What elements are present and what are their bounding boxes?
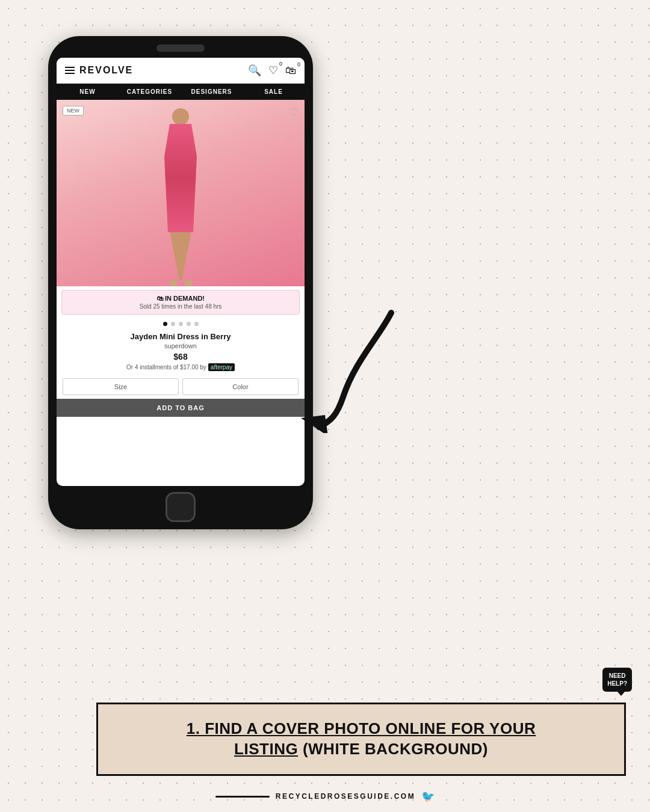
product-area: NEW ♡ 🛍 IN DEMA <box>57 100 305 330</box>
nav-sale[interactable]: SALE <box>243 84 305 100</box>
dot-5[interactable] <box>194 322 199 326</box>
dot-1[interactable] <box>163 322 167 326</box>
size-selector[interactable]: Size <box>63 378 179 395</box>
afterpay-text: Or 4 installments of $17.00 by <box>126 364 206 371</box>
wishlist-button[interactable]: ♡ <box>289 106 299 119</box>
header-icons: 🔍 ♡0 🛍0 <box>248 64 296 77</box>
in-demand-banner: 🛍 IN DEMAND! Sold 25 times in the last 4… <box>61 290 300 315</box>
app-logo-area: REVOLVE <box>65 65 133 76</box>
foot-left <box>170 280 177 286</box>
search-icon[interactable]: 🔍 <box>248 64 261 77</box>
app-logo: REVOLVE <box>79 65 133 76</box>
bottom-text-underlined-2: LISTING <box>234 740 298 758</box>
afterpay-row: Or 4 installments of $17.00 by afterpay <box>64 363 297 371</box>
nav-bar: NEW CATEGORIES DESIGNERS SALE <box>57 84 305 100</box>
product-info: Jayden Mini Dress in Berry superdown $68… <box>57 330 305 375</box>
footer-bird-icon: 🐦 <box>421 790 435 803</box>
svg-marker-0 <box>301 415 328 433</box>
dot-2[interactable] <box>171 322 175 326</box>
in-demand-title: 🛍 IN DEMAND! <box>156 295 205 302</box>
phone-home-button[interactable] <box>166 492 196 522</box>
bottom-text-line3: (WHITE BACKGROUND) <box>303 740 488 758</box>
afterpay-logo: afterpay <box>208 363 235 371</box>
color-selector[interactable]: Color <box>182 378 299 395</box>
product-name: Jayden Mini Dress in Berry <box>64 332 297 341</box>
arrow-graphic <box>295 301 415 433</box>
dot-4[interactable] <box>187 322 191 326</box>
size-color-row: Size Color <box>57 375 305 399</box>
image-dots <box>57 318 305 330</box>
bottom-text-underlined-1: 1. FIND A COVER PHOTO ONLINE FOR YOUR <box>187 719 536 737</box>
dot-3[interactable] <box>179 322 183 326</box>
footer-text: RECYCLEDROSESGUIDE.COM <box>276 792 415 801</box>
nav-new[interactable]: NEW <box>57 84 119 100</box>
wishlist-badge: 0 <box>279 61 282 67</box>
figure-legs <box>167 232 194 280</box>
figure-feet <box>166 280 196 286</box>
footer-line-left <box>215 796 270 798</box>
nav-designers[interactable]: DESIGNERS <box>181 84 243 100</box>
add-to-bag-bar[interactable]: ADD TO BAG <box>57 399 305 417</box>
wishlist-icon[interactable]: ♡0 <box>268 64 278 77</box>
in-demand-subtitle: Sold 25 times in the last 48 hrs <box>140 303 222 310</box>
nav-categories[interactable]: CATEGORIES <box>119 84 181 100</box>
product-price: $68 <box>64 352 297 361</box>
cart-icon[interactable]: 🛍0 <box>285 64 296 77</box>
figure-body <box>162 124 199 232</box>
figure-head <box>172 108 189 125</box>
need-help-bubble[interactable]: NEED HELP? <box>602 668 632 692</box>
bottom-text-line1: 1. FIND A COVER PHOTO ONLINE FOR YOUR <box>115 719 607 739</box>
foot-right <box>185 280 192 286</box>
model-figure <box>162 108 199 286</box>
bottom-text-box: 1. FIND A COVER PHOTO ONLINE FOR YOUR LI… <box>96 703 626 776</box>
product-image <box>57 100 305 286</box>
phone-speaker <box>156 45 205 52</box>
hamburger-menu[interactable] <box>65 67 75 74</box>
new-badge: NEW <box>63 106 84 115</box>
footer: RECYCLEDROSESGUIDE.COM 🐦 <box>0 790 650 803</box>
bottom-text-line2: LISTING (WHITE BACKGROUND) <box>115 739 607 760</box>
need-help-line1: NEED <box>607 672 627 680</box>
phone-case: REVOLVE 🔍 ♡0 🛍0 NEW CATEGORIES DESIGNERS <box>48 36 313 529</box>
phone-screen: REVOLVE 🔍 ♡0 🛍0 NEW CATEGORIES DESIGNERS <box>57 58 305 486</box>
phone-mockup: REVOLVE 🔍 ♡0 🛍0 NEW CATEGORIES DESIGNERS <box>48 36 313 529</box>
product-brand: superdown <box>64 342 297 349</box>
cart-badge: 0 <box>297 61 300 67</box>
app-header: REVOLVE 🔍 ♡0 🛍0 <box>57 58 305 84</box>
need-help-line2: HELP? <box>607 680 627 687</box>
